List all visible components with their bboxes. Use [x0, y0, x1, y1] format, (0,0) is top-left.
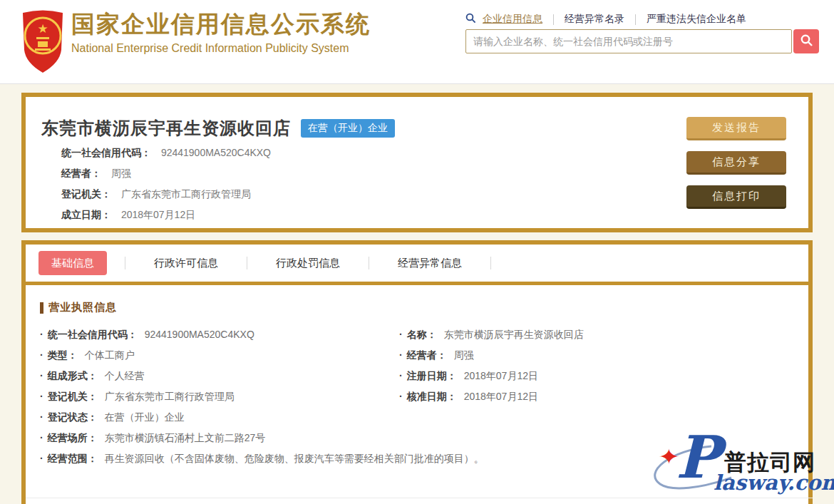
field-label: 组成形式：: [48, 370, 98, 381]
field-label: 核准日期：: [407, 391, 457, 402]
site-title: 国家企业信用信息公示系统: [71, 9, 371, 40]
company-name: 东莞市横沥辰宇再生资源收回店: [41, 117, 291, 140]
company-fields: 统一社会信用代码： 92441900MA520C4KXQ 经营者： 周强 登记机…: [61, 143, 271, 225]
info-share-button[interactable]: 信息分享: [686, 151, 786, 175]
field-value: 92441900MA520C4KXQ: [145, 329, 254, 340]
nav-abnormal-operations-list[interactable]: 经营异常名录: [565, 13, 624, 26]
section-bar-icon: [40, 302, 43, 314]
site-subtitle: National Enterprise Credit Information P…: [71, 40, 371, 57]
field-label: 经营者：: [407, 349, 447, 361]
tab-basic-info[interactable]: 基础信息: [38, 251, 107, 275]
field-label: 登记机关：: [48, 391, 98, 402]
field-label: 成立日期：: [61, 209, 111, 220]
license-left-column: ·统一社会信用代码：92441900MA520C4KXQ ·类型：个体工商户 ·…: [40, 324, 396, 469]
section-divider-line: [26, 498, 813, 498]
field-label: 注册日期：: [407, 370, 457, 381]
bullet: ·: [40, 411, 43, 423]
license-row: ·注册日期：2018年07月12日: [399, 366, 798, 386]
field-value: 周强: [454, 349, 474, 361]
company-summary-card: 东莞市横沥辰宇再生资源收回店 在营（开业）企业 统一社会信用代码： 924419…: [21, 93, 813, 232]
field-label: 登记机关：: [61, 188, 111, 200]
bullet: ·: [40, 329, 43, 340]
field-label: 经营者：: [61, 168, 101, 179]
site-header: ★ 国家企业信用信息公示系统 National Enterprise Credi…: [0, 0, 834, 84]
field-value: 东莞市横沥镇石涌村上文前二路27号: [105, 432, 266, 443]
nav-divider: [635, 14, 636, 25]
company-field-row: 经营者： 周强: [61, 163, 271, 184]
side-buttons: 发送报告 信息分享 信息打印: [686, 117, 786, 220]
field-value: 2018年07月12日: [464, 391, 538, 402]
field-value: 再生资源回收（不含固体废物、危险废物、报废汽车等需要经相关部门批准的项目）。: [105, 453, 484, 464]
search-input[interactable]: [465, 29, 792, 53]
section-header: 营业执照信息: [40, 301, 794, 314]
bullet: ·: [399, 391, 403, 402]
license-row: ·统一社会信用代码：92441900MA520C4KXQ: [40, 324, 396, 345]
bullet: ·: [40, 370, 43, 381]
field-value: 92441900MA520C4KXQ: [161, 147, 271, 158]
search-icon: [465, 13, 476, 26]
license-row: ·登记机关：广东省东莞市工商行政管理局: [40, 386, 396, 407]
page: ★ 国家企业信用信息公示系统 National Enterprise Credi…: [0, 0, 834, 504]
field-label: 类型：: [48, 349, 78, 361]
nav-serious-violation-list[interactable]: 严重违法失信企业名单: [647, 13, 746, 26]
license-row: ·类型：个体工商户: [40, 345, 396, 366]
brand-block: 国家企业信用信息公示系统 National Enterprise Credit …: [71, 9, 371, 57]
field-value: 个体工商户: [85, 349, 135, 361]
license-row: ·登记状态：在营（开业）企业: [40, 407, 396, 428]
detail-card: 基础信息 行政许可信息 行政处罚信息 经营异常信息 营业执照信息 ·统一社会信用…: [21, 240, 813, 504]
search-bar: [465, 29, 819, 53]
field-label: 经营范围：: [48, 453, 98, 464]
field-value: 广东省东莞市工商行政管理局: [105, 391, 235, 402]
company-head: 东莞市横沥辰宇再生资源收回店 在营（开业）企业: [41, 117, 395, 140]
field-value: 广东省东莞市工商行政管理局: [121, 188, 251, 200]
field-label: 登记状态：: [48, 411, 98, 423]
nav-divider: [553, 14, 554, 25]
company-field-row: 成立日期： 2018年07月12日: [61, 205, 271, 225]
tab-abnormal-operation[interactable]: 经营异常信息: [369, 257, 490, 270]
bullet: ·: [40, 349, 43, 361]
field-label: 经营场所：: [48, 432, 98, 443]
license-row: ·核准日期：2018年07月12日: [399, 386, 798, 407]
company-field-row: 登记机关： 广东省东莞市工商行政管理局: [61, 184, 271, 205]
license-right-column: ·名称：东莞市横沥辰宇再生资源收回店 ·经营者：周强 ·注册日期：2018年07…: [399, 324, 798, 407]
section-title: 营业执照信息: [48, 301, 117, 314]
nav-enterprise-credit-info[interactable]: 企业信用信息: [483, 13, 542, 26]
national-emblem-logo: ★: [20, 7, 66, 74]
bullet: ·: [40, 432, 43, 443]
company-field-row: 统一社会信用代码： 92441900MA520C4KXQ: [61, 143, 271, 163]
tab-administrative-license[interactable]: 行政许可信息: [125, 257, 247, 270]
tab-divider: [490, 257, 491, 269]
license-row: ·组成形式：个人经营: [40, 366, 396, 386]
tab-administrative-penalty[interactable]: 行政处罚信息: [247, 257, 369, 270]
top-nav: 企业信用信息 经营异常名录 严重违法失信企业名单: [465, 11, 746, 27]
search-icon: [800, 34, 813, 49]
field-label: 统一社会信用代码：: [48, 329, 138, 340]
bullet: ·: [399, 349, 403, 361]
license-row: ·经营者：周强: [399, 345, 798, 366]
field-value: 周强: [111, 168, 131, 179]
bullet: ·: [40, 453, 43, 464]
field-value: 在营（开业）企业: [105, 411, 185, 423]
tab-bar: 基础信息 行政许可信息 行政处罚信息 经营异常信息: [26, 245, 808, 282]
info-print-button[interactable]: 信息打印: [686, 185, 786, 209]
license-row: ·经营场所：东莞市横沥镇石涌村上文前二路27号: [40, 428, 396, 448]
search-button[interactable]: [793, 29, 819, 53]
license-row: ·名称：东莞市横沥辰宇再生资源收回店: [399, 324, 798, 345]
bullet: ·: [40, 391, 43, 402]
license-row: ·经营范围：再生资源回收（不含固体废物、危险废物、报废汽车等需要经相关部门批准的…: [40, 448, 396, 469]
status-badge: 在营（开业）企业: [301, 119, 395, 138]
svg-text:★: ★: [37, 22, 48, 36]
field-label: 名称：: [407, 329, 437, 340]
field-value: 东莞市横沥辰宇再生资源收回店: [444, 329, 584, 340]
send-report-button[interactable]: 发送报告: [686, 117, 786, 140]
field-label: 统一社会信用代码：: [61, 147, 151, 158]
bullet: ·: [399, 329, 403, 340]
field-value: 个人经营: [105, 370, 145, 381]
bullet: ·: [399, 370, 403, 381]
business-license-section: 营业执照信息 ·统一社会信用代码：92441900MA520C4KXQ ·类型：…: [26, 285, 808, 314]
field-value: 2018年07月12日: [464, 370, 538, 381]
field-value: 2018年07月12日: [121, 209, 195, 220]
